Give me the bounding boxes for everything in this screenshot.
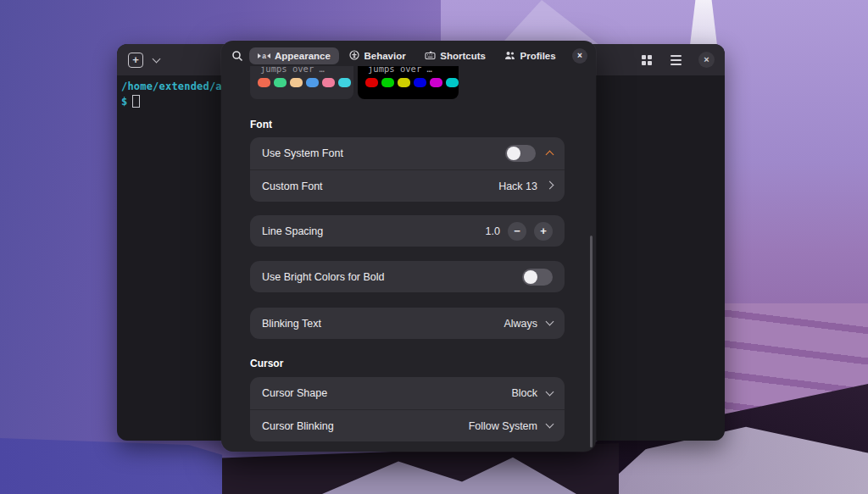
chevron-down-icon: [546, 420, 554, 429]
appearance-icon: a: [258, 53, 270, 59]
theme-preview-default[interactable]: jumps over …: [250, 66, 353, 99]
use-system-font-toggle[interactable]: [505, 145, 536, 162]
custom-font-label: Custom Font: [262, 180, 323, 192]
preferences-headerbar: a Appearance Behavior: [221, 41, 596, 66]
color-swatch: [274, 78, 287, 87]
color-swatch: [414, 78, 426, 87]
theme-preview-sample-text: jumps over …: [250, 66, 353, 74]
tab-profiles[interactable]: Profiles: [496, 47, 564, 65]
preferences-close-button[interactable]: ×: [572, 48, 587, 64]
color-swatch: [381, 78, 394, 87]
color-swatch: [306, 78, 319, 87]
color-swatch: [430, 78, 442, 87]
cursor-section-title: Cursor: [250, 358, 283, 369]
preferences-tabs: a Appearance Behavior: [248, 47, 565, 65]
bright-colors-bold-toggle[interactable]: [522, 269, 553, 286]
cursor-blinking-label: Cursor Blinking: [262, 420, 334, 432]
chevron-right-icon: [546, 180, 554, 189]
bright-colors-bold-label: Use Bright Colors for Bold: [262, 271, 385, 283]
tab-profiles-label: Profiles: [520, 51, 555, 61]
line-spacing-value: 1.0: [486, 225, 500, 237]
preferences-scroll-area[interactable]: jumps over … jumps over … Font Use Syste…: [221, 66, 596, 452]
custom-font-row[interactable]: Custom Font Hack 13: [250, 169, 565, 202]
blinking-text-row[interactable]: Blinking Text Always: [250, 308, 565, 339]
chevron-down-icon: [546, 318, 554, 326]
color-swatch: [446, 78, 459, 87]
terminal-prompt: $: [121, 96, 127, 108]
expander-chevron-up-icon[interactable]: [546, 151, 554, 159]
use-system-font-row[interactable]: Use System Font: [250, 137, 565, 169]
theme-preview-dark[interactable]: jumps over …: [358, 66, 459, 99]
cursor-settings-group: Cursor Shape Block Cursor Blinking Follo…: [250, 377, 565, 441]
theme-preview-palette: [358, 78, 459, 87]
new-tab-button[interactable]: +: [128, 53, 143, 68]
blinking-text-label: Blinking Text: [262, 318, 321, 330]
tab-list-chevron-down-icon[interactable]: [153, 54, 161, 63]
main-menu-icon[interactable]: [670, 55, 682, 65]
wallpaper-bottom-left: [0, 438, 222, 494]
color-swatch: [398, 78, 410, 87]
font-settings-group: Use System Font Custom Font Hack 13: [250, 137, 565, 202]
behavior-icon: [349, 50, 359, 62]
color-swatch: [365, 78, 378, 87]
line-spacing-row: Line Spacing 1.0 − +: [250, 215, 565, 247]
tab-overview-icon[interactable]: [642, 55, 652, 65]
dialog-scrollbar[interactable]: [590, 236, 593, 447]
preferences-dialog: a Appearance Behavior: [221, 41, 596, 452]
color-swatch: [258, 78, 270, 87]
use-system-font-label: Use System Font: [262, 147, 343, 159]
search-icon[interactable]: [231, 50, 243, 62]
blinking-text-value: Always: [504, 318, 537, 330]
line-spacing-label: Line Spacing: [262, 225, 323, 237]
line-spacing-increase-button[interactable]: +: [534, 222, 553, 241]
color-swatch: [322, 78, 335, 87]
tab-behavior[interactable]: Behavior: [341, 47, 414, 65]
desktop: + × /home/extended/ap $: [0, 0, 868, 494]
tab-behavior-label: Behavior: [364, 51, 405, 61]
theme-preview-palette: [250, 78, 353, 87]
cursor-shape-value: Block: [511, 387, 537, 399]
line-spacing-decrease-button[interactable]: −: [508, 222, 526, 241]
theme-preview-sample-text: jumps over …: [358, 66, 459, 74]
custom-font-value: Hack 13: [498, 180, 537, 192]
terminal-block-cursor: [132, 95, 140, 108]
cursor-shape-label: Cursor Shape: [262, 387, 327, 399]
cursor-blinking-row[interactable]: Cursor Blinking Follow System: [250, 409, 565, 441]
tab-shortcuts[interactable]: Shortcuts: [416, 47, 494, 65]
keyboard-icon: [425, 50, 436, 62]
cursor-blinking-value: Follow System: [469, 420, 537, 432]
tab-shortcuts-label: Shortcuts: [440, 51, 486, 61]
chevron-down-icon: [546, 387, 554, 396]
bright-colors-bold-row[interactable]: Use Bright Colors for Bold: [250, 261, 565, 292]
color-swatch: [290, 78, 303, 87]
color-swatch: [338, 78, 351, 87]
terminal-close-button[interactable]: ×: [698, 52, 715, 68]
tab-appearance[interactable]: a Appearance: [249, 47, 339, 64]
cursor-shape-row[interactable]: Cursor Shape Block: [250, 377, 565, 409]
people-icon: [504, 51, 515, 62]
tab-appearance-label: Appearance: [275, 51, 331, 61]
font-section-title: Font: [250, 119, 272, 130]
